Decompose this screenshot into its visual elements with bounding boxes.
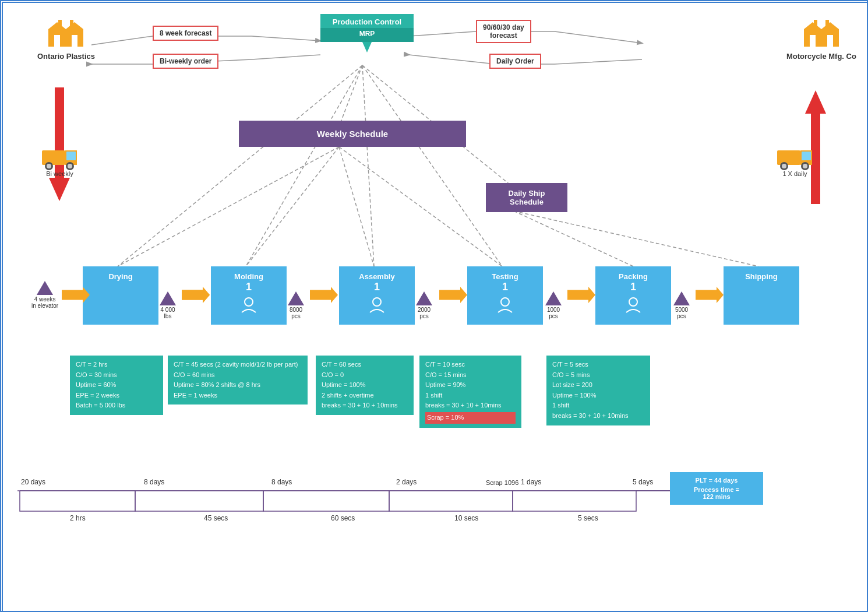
info-molding-ct: C/T = 45 secs (2 cavity mold/1/2 lb per …: [174, 360, 302, 370]
info-assembly-ct: C/T = 60 secs: [322, 360, 408, 370]
process-assembly-number: 1: [374, 281, 380, 294]
truck-icon-left: [41, 146, 79, 170]
info-drying-uptime: Uptime = 60%: [76, 380, 157, 391]
svg-marker-52: [545, 291, 562, 305]
process-shipping-label: Shipping: [745, 270, 778, 281]
info-drying-batch: Batch = 5 000 lbs: [76, 400, 157, 411]
info-molding-co: C/O = 60 mins: [174, 370, 302, 381]
info-packing: C/T = 5 secs C/O = 5 mins Lot size = 200…: [546, 356, 650, 425]
operator-icon-assembly: [368, 296, 386, 315]
inventory-5: 5000pcs: [673, 291, 690, 319]
supplier-label: Ontario Plastics: [37, 52, 95, 61]
svg-rect-26: [827, 35, 833, 47]
prod-control-arrow: [361, 42, 373, 52]
svg-marker-49: [160, 291, 176, 305]
info-assembly-shifts: 2 shifts + overtime: [322, 391, 408, 401]
svg-point-40: [68, 164, 72, 168]
process-assembly: Assembly 1: [339, 266, 415, 325]
biweekly-order-text: Bi-weekly order: [160, 57, 211, 65]
svg-point-47: [803, 164, 807, 168]
process-packing-number: 1: [630, 281, 636, 294]
factory-icon-left: [45, 17, 86, 50]
truck-left: Bi weekly: [41, 146, 79, 177]
svg-rect-36: [66, 152, 76, 160]
info-molding-epe: EPE = 1 weeks: [174, 391, 302, 401]
inv-triangle-icon-0: [37, 281, 53, 295]
timeline-day-4: 1 days: [521, 478, 541, 486]
svg-rect-28: [825, 20, 829, 29]
inventory-0: 4 weeksin elevator: [31, 281, 58, 309]
timeline-day-2: 8 days: [271, 478, 292, 486]
svg-rect-34: [42, 150, 65, 165]
daily-ship-text: Daily ShipSchedule: [509, 189, 545, 206]
svg-line-8: [514, 211, 758, 266]
info-drying-ct: C/T = 2 hrs: [76, 360, 157, 370]
operator-icon-testing: [496, 296, 514, 315]
svg-line-10: [246, 147, 339, 266]
daily-order-text: Daily Order: [496, 57, 534, 65]
process-molding: Molding 1: [211, 266, 287, 325]
inv-triangle-icon-3: [416, 291, 432, 305]
svg-marker-17: [66, 22, 83, 29]
process-drying-label: Drying: [108, 270, 132, 281]
timeline-day-5: 5 days: [633, 478, 653, 486]
inv-label-3: 2000pcs: [418, 307, 431, 319]
biweekly-order-box: Bi-weekly order: [153, 54, 218, 69]
push-arrow-2: [182, 287, 210, 303]
svg-rect-27: [814, 20, 817, 29]
forecast-90day-box: 90/60/30 dayforecast: [476, 20, 531, 43]
push-arrow-5: [567, 287, 595, 303]
forecast-8week-text: 8 week forecast: [160, 29, 211, 37]
svg-marker-51: [416, 291, 432, 305]
info-assembly-co: C/O = 0: [322, 370, 408, 381]
info-assembly-breaks: breaks = 30 + 10 + 10mins: [322, 400, 408, 411]
info-testing-ct: C/T = 10 sesc: [425, 360, 516, 370]
svg-rect-15: [48, 29, 83, 47]
process-testing-number: 1: [502, 281, 508, 294]
inv-label-1: 4 000lbs: [160, 307, 175, 319]
svg-marker-48: [37, 281, 53, 295]
svg-rect-25: [810, 35, 816, 47]
prod-control-title: Production Control: [333, 17, 401, 26]
supplier-box: Ontario Plastics: [37, 17, 95, 61]
scrap-label: Scrap 1096: [486, 479, 518, 486]
info-testing-co: C/O = 15 mins: [425, 370, 516, 381]
info-molding-uptime: Uptime = 80% 2 shifts @ 8 hrs: [174, 380, 302, 391]
weekly-schedule-text: Weekly Schedule: [317, 129, 388, 139]
svg-line-12: [339, 147, 502, 266]
forecast-90day-text: 90/60/30 dayforecast: [483, 23, 524, 40]
info-assembly: C/T = 60 secs C/O = 0 Uptime = 100% 2 sh…: [316, 356, 414, 415]
svg-marker-29: [362, 42, 372, 52]
svg-marker-23: [804, 22, 821, 29]
timeline-day-0: 20 days: [21, 478, 45, 486]
diagram: Ontario Plastics Motorcycle Mfg. Co 8 we…: [1, 1, 868, 612]
info-drying: C/T = 2 hrs C/O = 30 mins Uptime = 60% E…: [70, 356, 163, 415]
svg-line-1: [339, 65, 362, 126]
inv-triangle-icon-4: [545, 291, 562, 305]
svg-line-3: [246, 65, 362, 266]
svg-rect-18: [54, 35, 60, 47]
svg-line-7: [514, 211, 633, 266]
process-shipping: Shipping: [724, 266, 799, 325]
svg-point-45: [782, 164, 786, 168]
svg-marker-53: [673, 291, 690, 305]
info-testing: C/T = 10 sesc C/O = 15 mins Uptime = 90%…: [419, 356, 521, 428]
process-drying: Drying: [83, 266, 158, 325]
inv-triangle-icon-5: [673, 291, 690, 305]
svg-point-54: [245, 298, 253, 306]
operator-icon-molding: [239, 296, 258, 315]
timeline-baseline: [1, 488, 868, 523]
inv-triangle-icon-2: [288, 291, 304, 305]
svg-marker-24: [821, 22, 839, 29]
inventory-4: 1000pcs: [545, 291, 562, 319]
svg-rect-21: [70, 20, 73, 29]
push-arrow-6: [696, 287, 724, 303]
info-packing-co: C/O = 5 mins: [552, 370, 644, 381]
svg-rect-22: [804, 29, 839, 47]
info-molding: C/T = 45 secs (2 cavity mold/1/2 lb per …: [168, 356, 308, 405]
info-testing-scrap: Scrap = 10%: [425, 412, 516, 424]
truck-right: 1 X daily: [776, 146, 814, 177]
svg-point-57: [629, 298, 637, 306]
process-testing-label: Testing: [492, 270, 518, 281]
info-drying-epe: EPE = 2 weeks: [76, 391, 157, 401]
